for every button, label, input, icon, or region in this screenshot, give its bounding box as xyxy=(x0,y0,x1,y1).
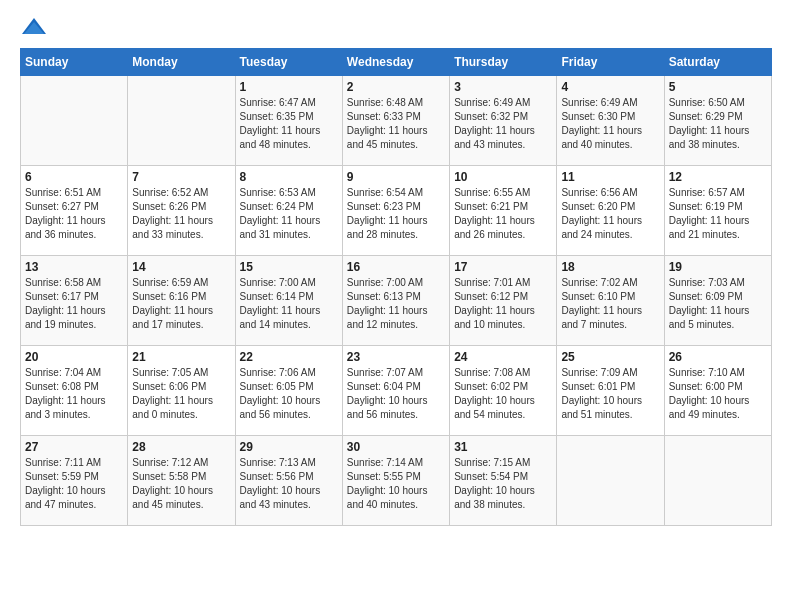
calendar-cell: 11Sunrise: 6:56 AM Sunset: 6:20 PM Dayli… xyxy=(557,166,664,256)
calendar-cell: 31Sunrise: 7:15 AM Sunset: 5:54 PM Dayli… xyxy=(450,436,557,526)
day-number: 29 xyxy=(240,440,338,454)
day-content: Sunrise: 7:00 AM Sunset: 6:13 PM Dayligh… xyxy=(347,276,445,332)
day-content: Sunrise: 6:54 AM Sunset: 6:23 PM Dayligh… xyxy=(347,186,445,242)
day-number: 27 xyxy=(25,440,123,454)
calendar-cell xyxy=(557,436,664,526)
calendar-cell: 15Sunrise: 7:00 AM Sunset: 6:14 PM Dayli… xyxy=(235,256,342,346)
calendar-cell: 19Sunrise: 7:03 AM Sunset: 6:09 PM Dayli… xyxy=(664,256,771,346)
day-content: Sunrise: 7:11 AM Sunset: 5:59 PM Dayligh… xyxy=(25,456,123,512)
day-content: Sunrise: 7:04 AM Sunset: 6:08 PM Dayligh… xyxy=(25,366,123,422)
day-number: 2 xyxy=(347,80,445,94)
day-content: Sunrise: 6:49 AM Sunset: 6:30 PM Dayligh… xyxy=(561,96,659,152)
day-header-thursday: Thursday xyxy=(450,49,557,76)
day-number: 9 xyxy=(347,170,445,184)
day-number: 8 xyxy=(240,170,338,184)
day-number: 14 xyxy=(132,260,230,274)
calendar-cell: 10Sunrise: 6:55 AM Sunset: 6:21 PM Dayli… xyxy=(450,166,557,256)
day-number: 5 xyxy=(669,80,767,94)
day-number: 17 xyxy=(454,260,552,274)
day-number: 24 xyxy=(454,350,552,364)
day-content: Sunrise: 7:12 AM Sunset: 5:58 PM Dayligh… xyxy=(132,456,230,512)
day-number: 28 xyxy=(132,440,230,454)
day-content: Sunrise: 7:09 AM Sunset: 6:01 PM Dayligh… xyxy=(561,366,659,422)
header-row: SundayMondayTuesdayWednesdayThursdayFrid… xyxy=(21,49,772,76)
day-number: 26 xyxy=(669,350,767,364)
day-number: 3 xyxy=(454,80,552,94)
day-number: 30 xyxy=(347,440,445,454)
day-header-wednesday: Wednesday xyxy=(342,49,449,76)
day-number: 22 xyxy=(240,350,338,364)
day-content: Sunrise: 6:52 AM Sunset: 6:26 PM Dayligh… xyxy=(132,186,230,242)
day-content: Sunrise: 7:14 AM Sunset: 5:55 PM Dayligh… xyxy=(347,456,445,512)
week-row-1: 1Sunrise: 6:47 AM Sunset: 6:35 PM Daylig… xyxy=(21,76,772,166)
calendar-table: SundayMondayTuesdayWednesdayThursdayFrid… xyxy=(20,48,772,526)
day-content: Sunrise: 7:06 AM Sunset: 6:05 PM Dayligh… xyxy=(240,366,338,422)
calendar-cell: 6Sunrise: 6:51 AM Sunset: 6:27 PM Daylig… xyxy=(21,166,128,256)
day-content: Sunrise: 6:53 AM Sunset: 6:24 PM Dayligh… xyxy=(240,186,338,242)
calendar-cell: 5Sunrise: 6:50 AM Sunset: 6:29 PM Daylig… xyxy=(664,76,771,166)
calendar-cell: 7Sunrise: 6:52 AM Sunset: 6:26 PM Daylig… xyxy=(128,166,235,256)
day-number: 23 xyxy=(347,350,445,364)
page-header xyxy=(20,16,772,38)
calendar-cell: 4Sunrise: 6:49 AM Sunset: 6:30 PM Daylig… xyxy=(557,76,664,166)
calendar-cell: 12Sunrise: 6:57 AM Sunset: 6:19 PM Dayli… xyxy=(664,166,771,256)
calendar-cell: 30Sunrise: 7:14 AM Sunset: 5:55 PM Dayli… xyxy=(342,436,449,526)
day-content: Sunrise: 6:51 AM Sunset: 6:27 PM Dayligh… xyxy=(25,186,123,242)
week-row-3: 13Sunrise: 6:58 AM Sunset: 6:17 PM Dayli… xyxy=(21,256,772,346)
day-content: Sunrise: 7:15 AM Sunset: 5:54 PM Dayligh… xyxy=(454,456,552,512)
day-header-saturday: Saturday xyxy=(664,49,771,76)
day-content: Sunrise: 6:59 AM Sunset: 6:16 PM Dayligh… xyxy=(132,276,230,332)
day-number: 21 xyxy=(132,350,230,364)
calendar-cell: 26Sunrise: 7:10 AM Sunset: 6:00 PM Dayli… xyxy=(664,346,771,436)
day-content: Sunrise: 6:49 AM Sunset: 6:32 PM Dayligh… xyxy=(454,96,552,152)
day-content: Sunrise: 6:56 AM Sunset: 6:20 PM Dayligh… xyxy=(561,186,659,242)
day-number: 12 xyxy=(669,170,767,184)
calendar-cell: 27Sunrise: 7:11 AM Sunset: 5:59 PM Dayli… xyxy=(21,436,128,526)
day-number: 19 xyxy=(669,260,767,274)
day-content: Sunrise: 6:48 AM Sunset: 6:33 PM Dayligh… xyxy=(347,96,445,152)
calendar-cell xyxy=(128,76,235,166)
day-content: Sunrise: 7:00 AM Sunset: 6:14 PM Dayligh… xyxy=(240,276,338,332)
day-number: 10 xyxy=(454,170,552,184)
day-number: 15 xyxy=(240,260,338,274)
day-header-monday: Monday xyxy=(128,49,235,76)
day-content: Sunrise: 7:07 AM Sunset: 6:04 PM Dayligh… xyxy=(347,366,445,422)
day-number: 4 xyxy=(561,80,659,94)
day-content: Sunrise: 7:02 AM Sunset: 6:10 PM Dayligh… xyxy=(561,276,659,332)
calendar-cell: 13Sunrise: 6:58 AM Sunset: 6:17 PM Dayli… xyxy=(21,256,128,346)
calendar-cell: 9Sunrise: 6:54 AM Sunset: 6:23 PM Daylig… xyxy=(342,166,449,256)
week-row-5: 27Sunrise: 7:11 AM Sunset: 5:59 PM Dayli… xyxy=(21,436,772,526)
day-content: Sunrise: 7:10 AM Sunset: 6:00 PM Dayligh… xyxy=(669,366,767,422)
day-content: Sunrise: 7:01 AM Sunset: 6:12 PM Dayligh… xyxy=(454,276,552,332)
day-number: 16 xyxy=(347,260,445,274)
day-content: Sunrise: 7:08 AM Sunset: 6:02 PM Dayligh… xyxy=(454,366,552,422)
day-number: 6 xyxy=(25,170,123,184)
day-content: Sunrise: 7:13 AM Sunset: 5:56 PM Dayligh… xyxy=(240,456,338,512)
calendar-cell: 14Sunrise: 6:59 AM Sunset: 6:16 PM Dayli… xyxy=(128,256,235,346)
day-number: 11 xyxy=(561,170,659,184)
calendar-cell xyxy=(664,436,771,526)
day-content: Sunrise: 7:05 AM Sunset: 6:06 PM Dayligh… xyxy=(132,366,230,422)
calendar-cell: 18Sunrise: 7:02 AM Sunset: 6:10 PM Dayli… xyxy=(557,256,664,346)
calendar-header: SundayMondayTuesdayWednesdayThursdayFrid… xyxy=(21,49,772,76)
day-number: 7 xyxy=(132,170,230,184)
day-number: 25 xyxy=(561,350,659,364)
calendar-cell: 22Sunrise: 7:06 AM Sunset: 6:05 PM Dayli… xyxy=(235,346,342,436)
calendar-cell: 16Sunrise: 7:00 AM Sunset: 6:13 PM Dayli… xyxy=(342,256,449,346)
week-row-4: 20Sunrise: 7:04 AM Sunset: 6:08 PM Dayli… xyxy=(21,346,772,436)
day-content: Sunrise: 6:55 AM Sunset: 6:21 PM Dayligh… xyxy=(454,186,552,242)
day-number: 18 xyxy=(561,260,659,274)
day-content: Sunrise: 6:47 AM Sunset: 6:35 PM Dayligh… xyxy=(240,96,338,152)
calendar-cell xyxy=(21,76,128,166)
day-content: Sunrise: 6:50 AM Sunset: 6:29 PM Dayligh… xyxy=(669,96,767,152)
calendar-cell: 28Sunrise: 7:12 AM Sunset: 5:58 PM Dayli… xyxy=(128,436,235,526)
calendar-body: 1Sunrise: 6:47 AM Sunset: 6:35 PM Daylig… xyxy=(21,76,772,526)
day-number: 1 xyxy=(240,80,338,94)
week-row-2: 6Sunrise: 6:51 AM Sunset: 6:27 PM Daylig… xyxy=(21,166,772,256)
calendar-cell: 23Sunrise: 7:07 AM Sunset: 6:04 PM Dayli… xyxy=(342,346,449,436)
calendar-cell: 20Sunrise: 7:04 AM Sunset: 6:08 PM Dayli… xyxy=(21,346,128,436)
calendar-cell: 2Sunrise: 6:48 AM Sunset: 6:33 PM Daylig… xyxy=(342,76,449,166)
day-content: Sunrise: 6:57 AM Sunset: 6:19 PM Dayligh… xyxy=(669,186,767,242)
calendar-cell: 1Sunrise: 6:47 AM Sunset: 6:35 PM Daylig… xyxy=(235,76,342,166)
day-number: 31 xyxy=(454,440,552,454)
